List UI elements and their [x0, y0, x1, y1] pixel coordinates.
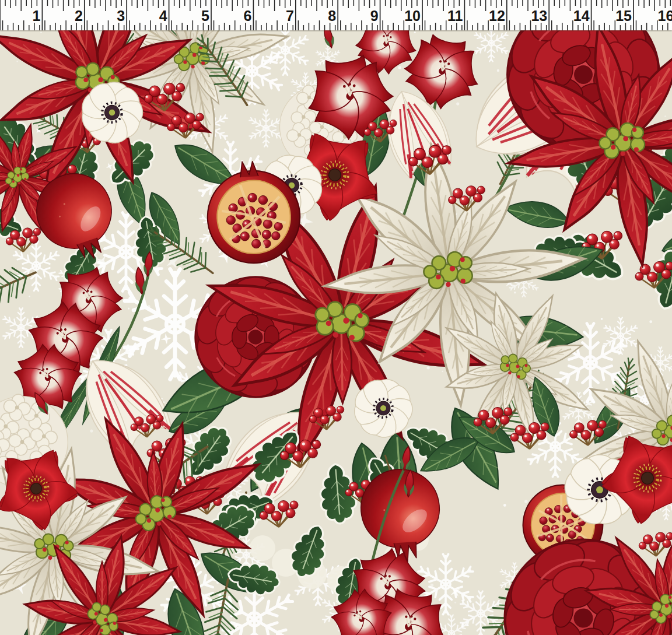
snow-dot — [558, 433, 561, 436]
snow-dot — [484, 619, 485, 620]
ruler-number: 14 — [573, 8, 590, 24]
ruler-number: 7 — [286, 8, 294, 24]
snow-dot — [442, 371, 443, 373]
ruler-number: 2 — [75, 8, 83, 24]
ruler-number: 1 — [32, 8, 40, 24]
snow-dot — [302, 79, 305, 82]
snow-dot — [99, 476, 100, 478]
snow-dot — [456, 103, 459, 106]
snow-dot — [90, 430, 93, 433]
snow-dot — [497, 69, 499, 72]
snow-dot — [379, 452, 381, 454]
snow-dot — [40, 31, 41, 33]
snow-dot — [16, 61, 18, 62]
ruler-number: 3 — [117, 8, 125, 24]
snow-dot — [414, 31, 416, 33]
snow-dot — [524, 500, 528, 503]
fabric-print — [0, 0, 672, 635]
ruler-number: 15 — [615, 8, 632, 24]
ruler-number: 9 — [370, 8, 379, 24]
snow-dot — [615, 331, 618, 334]
snow-dot — [587, 368, 589, 370]
ruler-number: 8 — [328, 8, 336, 24]
ruler-number: 6 — [243, 8, 251, 24]
ruler-number: 11 — [447, 8, 463, 24]
ruler-number: 5 — [201, 8, 209, 24]
snow-dot — [29, 296, 30, 297]
ruler-number: 16 — [658, 8, 672, 24]
snow-dot — [601, 318, 603, 320]
fabric-swatch-photo: 12345678910111213141516 — [0, 0, 672, 635]
ruler-number: 13 — [531, 8, 547, 24]
ruler-number: 10 — [404, 8, 421, 24]
snow-dot — [274, 56, 275, 58]
snow-dot — [148, 305, 150, 308]
ruler-scale: 12345678910111213141516 — [0, 0, 672, 30]
snow-dot — [128, 308, 130, 310]
snow-dot — [649, 320, 652, 323]
snow-dot — [398, 66, 401, 69]
snow-dot — [426, 366, 429, 369]
snow-dot — [514, 292, 516, 293]
ruler-number: 4 — [159, 8, 167, 24]
snow-dot — [430, 584, 433, 587]
snow-dot — [503, 504, 506, 507]
ruler: 12345678910111213141516 — [0, 0, 672, 30]
snow-dot — [664, 115, 666, 117]
ruler-number: 12 — [489, 8, 505, 24]
snow-dot — [454, 602, 456, 604]
